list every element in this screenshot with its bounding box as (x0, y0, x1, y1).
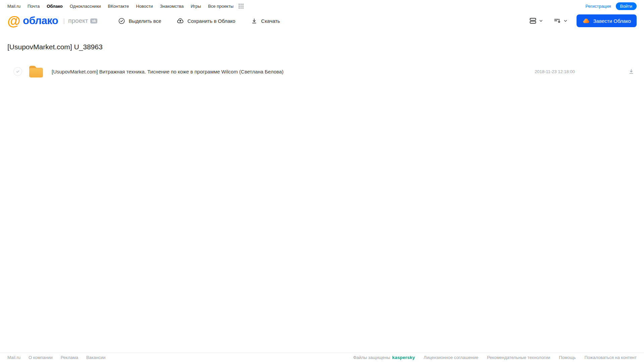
file-row[interactable]: [UsupovMarket.com] Витражная техника. Ти… (0, 63, 644, 80)
mailru-at-icon: @ (7, 14, 20, 28)
select-all-button[interactable]: Выделить все (118, 17, 161, 24)
project-label: проект (68, 17, 88, 24)
nav-link-oblako[interactable]: Облако (47, 4, 63, 9)
file-name-link[interactable]: [UsupovMarket.com] Витражная техника. Ти… (52, 69, 284, 74)
logo-text: облако (23, 15, 58, 27)
save-to-cloud-label: Сохранить в Облако (187, 18, 235, 24)
nav-link-pochta[interactable]: Почта (28, 4, 40, 9)
footer-left-links: Mail.ru О компании Реклама Вакансии (7, 355, 105, 360)
save-to-cloud-button[interactable]: Сохранить в Облако (177, 17, 235, 24)
registration-link[interactable]: Регистрация (586, 4, 611, 9)
sort-dropdown[interactable] (553, 17, 568, 25)
footer-link-help[interactable]: Помощь (559, 355, 576, 360)
header-bar: @ облако | проект vk Выделить все Сохран… (0, 11, 644, 31)
footer-right-links: Файлы защищены kaspersky Лицензионное со… (353, 355, 637, 360)
auth-area: Регистрация Войти (586, 2, 637, 10)
view-mode-icon (529, 17, 537, 25)
nav-link-vse-proekty[interactable]: Все проекты (208, 4, 234, 9)
footer-bar: Mail.ru О компании Реклама Вакансии Файл… (0, 353, 644, 362)
protected-text: Файлы защищены (353, 355, 390, 360)
chevron-down-icon (539, 18, 543, 23)
vk-badge-icon: vk (90, 18, 97, 23)
footer-link-license[interactable]: Лицензионное соглашение (424, 355, 478, 360)
file-download-icon[interactable] (628, 68, 635, 75)
cloud-upload-icon (177, 17, 184, 24)
orange-cloud-icon (582, 17, 590, 25)
create-cloud-label: Завести Облако (593, 18, 631, 24)
check-icon (15, 69, 20, 74)
cloud-logo[interactable]: @ облако | проект vk (7, 14, 97, 28)
select-all-label: Выделить все (129, 18, 161, 24)
download-label: Скачать (261, 18, 280, 24)
footer-link-report[interactable]: Пожаловаться на контент (585, 355, 637, 360)
logo-divider: | (63, 17, 65, 24)
nav-link-igry[interactable]: Игры (191, 4, 201, 9)
footer-link-jobs[interactable]: Вакансии (86, 355, 105, 360)
download-icon (251, 17, 258, 24)
nav-link-vkontakte[interactable]: ВКонтакте (108, 4, 129, 9)
top-nav-bar: Mail.ru Почта Облако Одноклассники ВКонт… (0, 0, 644, 10)
footer-link-ads[interactable]: Реклама (61, 355, 78, 360)
nav-link-znakomstva[interactable]: Знакомства (160, 4, 184, 9)
create-cloud-button[interactable]: Завести Облако (577, 14, 637, 27)
footer-link-mailru[interactable]: Mail.ru (7, 355, 20, 360)
portal-links: Mail.ru Почта Облако Одноклассники ВКонт… (7, 4, 244, 9)
nav-link-odnoklassniki[interactable]: Одноклассники (70, 4, 101, 9)
download-button[interactable]: Скачать (251, 17, 280, 24)
login-button[interactable]: Войти (616, 2, 637, 10)
header-right-controls: Завести Облако (519, 14, 637, 27)
sort-icon (553, 17, 561, 25)
view-mode-dropdown[interactable] (529, 17, 543, 25)
folder-icon (29, 66, 43, 77)
all-projects-grid-icon[interactable] (239, 4, 244, 9)
file-checkbox[interactable] (13, 67, 22, 76)
nav-link-mailru[interactable]: Mail.ru (7, 4, 20, 9)
actions-toolbar: Выделить все Сохранить в Облако Скачать (118, 17, 280, 24)
footer-link-recommendations[interactable]: Рекомендательные технологии (487, 355, 550, 360)
file-date: 2018-11-23 12:18:00 (535, 69, 575, 74)
check-circle-icon (118, 17, 125, 24)
footer-link-about[interactable]: О компании (29, 355, 53, 360)
chevron-down-icon (563, 18, 568, 23)
nav-link-novosti[interactable]: Новости (136, 4, 153, 9)
kaspersky-protection: Файлы защищены kaspersky (353, 355, 415, 360)
page-title: [UsupovMarket.com] U_38963 (7, 43, 644, 51)
kaspersky-logo[interactable]: kaspersky (392, 355, 415, 360)
